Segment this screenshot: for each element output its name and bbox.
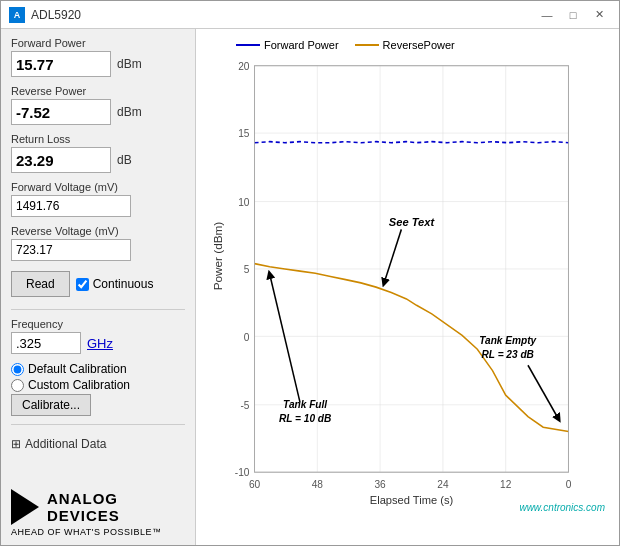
window-title: ADL5920 xyxy=(31,8,529,22)
reverse-power-label: Reverse Power xyxy=(11,85,185,97)
fwd-voltage-input[interactable] xyxy=(11,195,131,217)
forward-power-section: Forward Power dBm xyxy=(11,37,185,81)
legend-reverse: ReversePower xyxy=(355,39,455,51)
legend-forward-label: Forward Power xyxy=(264,39,339,51)
logo-box: ANALOG DEVICES xyxy=(11,489,120,525)
frequency-unit[interactable]: GHz xyxy=(87,336,113,351)
default-cal-radio[interactable] xyxy=(11,363,24,376)
frequency-section: Frequency GHz xyxy=(11,318,185,354)
reverse-power-unit: dBm xyxy=(117,105,142,119)
chart-svg: Power (dBm) xyxy=(214,55,609,515)
calibration-section: Default Calibration Custom Calibration C… xyxy=(11,362,185,416)
default-cal-label: Default Calibration xyxy=(28,362,127,376)
additional-label: Additional Data xyxy=(25,437,106,451)
custom-cal-label: Custom Calibration xyxy=(28,378,130,392)
chart-legend: Forward Power ReversePower xyxy=(206,39,609,51)
svg-text:-5: -5 xyxy=(240,400,249,411)
forward-power-input[interactable] xyxy=(11,51,111,77)
legend-forward: Forward Power xyxy=(236,39,339,51)
forward-line-sample xyxy=(236,44,260,46)
svg-text:0: 0 xyxy=(244,331,250,342)
svg-text:60: 60 xyxy=(249,479,260,490)
forward-power-label: Forward Power xyxy=(11,37,185,49)
reverse-power-section: Reverse Power dBm xyxy=(11,85,185,129)
svg-text:20: 20 xyxy=(238,61,249,72)
svg-text:See Text: See Text xyxy=(389,216,435,228)
continuous-checkbox-row[interactable]: Continuous xyxy=(76,277,154,291)
reverse-line-sample xyxy=(355,44,379,46)
svg-text:Elapsed Time (s): Elapsed Time (s) xyxy=(370,494,454,506)
svg-text:36: 36 xyxy=(374,479,385,490)
chart-area: Forward Power ReversePower Power xyxy=(196,29,619,545)
return-loss-unit: dB xyxy=(117,153,132,167)
svg-text:0: 0 xyxy=(566,479,572,490)
left-panel: Forward Power dBm Reverse Power dBm Retu… xyxy=(1,29,196,545)
read-button[interactable]: Read xyxy=(11,271,70,297)
window-controls: — □ ✕ xyxy=(535,5,611,25)
custom-cal-row[interactable]: Custom Calibration xyxy=(11,378,185,392)
read-row: Read Continuous xyxy=(11,271,185,297)
logo-text: ANALOG DEVICES xyxy=(47,490,120,524)
svg-text:5: 5 xyxy=(244,264,250,275)
additional-header[interactable]: ⊞ Additional Data xyxy=(11,437,185,451)
reverse-power-row: dBm xyxy=(11,99,185,125)
rev-voltage-input[interactable] xyxy=(11,239,131,261)
content-area: Forward Power dBm Reverse Power dBm Retu… xyxy=(1,29,619,545)
svg-text:24: 24 xyxy=(437,479,448,490)
logo-tagline: AHEAD OF WHAT'S POSSIBLE™ xyxy=(11,527,162,537)
logo-devices: DEVICES xyxy=(47,507,120,524)
custom-cal-radio[interactable] xyxy=(11,379,24,392)
return-loss-section: Return Loss dB xyxy=(11,133,185,177)
svg-text:RL = 23 dB: RL = 23 dB xyxy=(482,349,535,360)
svg-line-31 xyxy=(384,229,401,282)
svg-text:RL = 10 dB: RL = 10 dB xyxy=(279,413,332,424)
frequency-label: Frequency xyxy=(11,318,185,330)
minimize-button[interactable]: — xyxy=(535,5,559,25)
logo-triangle-icon xyxy=(11,489,39,525)
fwd-voltage-section: Forward Voltage (mV) xyxy=(11,181,185,217)
svg-line-37 xyxy=(528,365,558,418)
forward-power-row: dBm xyxy=(11,51,185,77)
return-loss-input[interactable] xyxy=(11,147,111,173)
continuous-checkbox[interactable] xyxy=(76,278,89,291)
close-button[interactable]: ✕ xyxy=(587,5,611,25)
calibrate-button[interactable]: Calibrate... xyxy=(11,394,91,416)
additional-section: ⊞ Additional Data xyxy=(11,437,185,451)
legend-reverse-label: ReversePower xyxy=(383,39,455,51)
svg-text:Tank Empty: Tank Empty xyxy=(479,335,537,346)
forward-power-unit: dBm xyxy=(117,57,142,71)
svg-line-34 xyxy=(270,274,300,402)
default-cal-row[interactable]: Default Calibration xyxy=(11,362,185,376)
svg-text:10: 10 xyxy=(238,197,249,208)
svg-text:Tank Full: Tank Full xyxy=(283,399,328,410)
svg-text:48: 48 xyxy=(312,479,323,490)
reverse-power-input[interactable] xyxy=(11,99,111,125)
app-icon: A xyxy=(9,7,25,23)
svg-text:Power (dBm): Power (dBm) xyxy=(214,222,224,291)
frequency-input[interactable] xyxy=(11,332,81,354)
svg-text:-10: -10 xyxy=(235,467,250,478)
svg-text:12: 12 xyxy=(500,479,511,490)
return-loss-row: dB xyxy=(11,147,185,173)
rev-voltage-section: Reverse Voltage (mV) xyxy=(11,225,185,261)
additional-icon: ⊞ xyxy=(11,437,21,451)
return-loss-label: Return Loss xyxy=(11,133,185,145)
continuous-label: Continuous xyxy=(93,277,154,291)
title-bar: A ADL5920 — □ ✕ xyxy=(1,1,619,29)
fwd-voltage-label: Forward Voltage (mV) xyxy=(11,181,185,193)
maximize-button[interactable]: □ xyxy=(561,5,585,25)
svg-text:15: 15 xyxy=(238,128,249,139)
frequency-row: GHz xyxy=(11,332,185,354)
watermark: www.cntronics.com xyxy=(519,502,605,513)
logo-area: ANALOG DEVICES AHEAD OF WHAT'S POSSIBLE™ xyxy=(11,481,185,537)
rev-voltage-label: Reverse Voltage (mV) xyxy=(11,225,185,237)
main-window: A ADL5920 — □ ✕ Forward Power dBm Revers… xyxy=(0,0,620,546)
logo-analog: ANALOG xyxy=(47,490,120,507)
chart-container: Power (dBm) xyxy=(214,55,609,515)
